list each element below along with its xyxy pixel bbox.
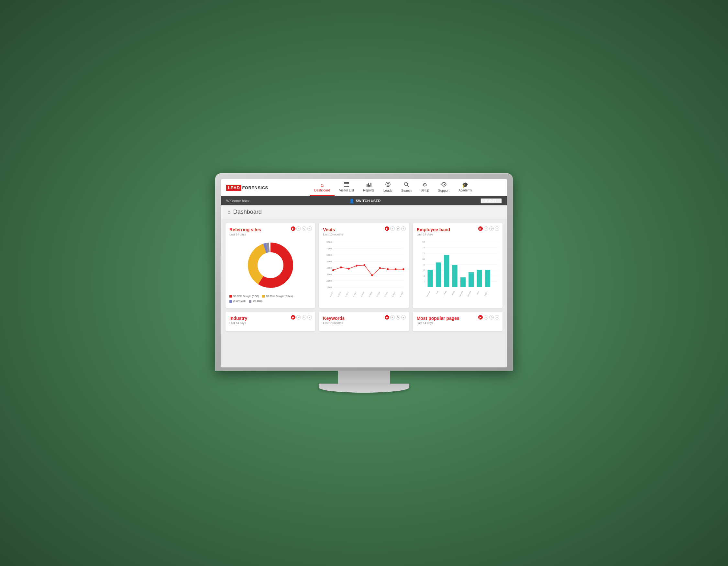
widget-ctrl-play-visits[interactable]: ▶ [385, 227, 389, 231]
nav-item-dashboard[interactable]: ⌂ Dashboard [310, 179, 335, 196]
widget-ctrl-refresh[interactable]: ↻ [302, 227, 306, 231]
svg-rect-84 [477, 270, 482, 287]
widget-ctrl-close-pages[interactable]: × [495, 315, 499, 319]
widget-ctrl-close-industry[interactable]: × [307, 315, 312, 319]
widget-controls-popular-pages: ▶ + ↻ × [478, 315, 499, 319]
svg-text:2: 2 [424, 281, 425, 283]
svg-rect-0 [344, 182, 349, 183]
svg-rect-86 [485, 270, 490, 287]
logout-button[interactable]: LOGOUT → [480, 198, 502, 204]
logo-forensics: FORENSICS [242, 185, 268, 190]
widget-ctrl-refresh-pages[interactable]: ↻ [489, 315, 494, 319]
widget-ctrl-play-keywords[interactable]: ▶ [385, 315, 389, 319]
widget-controls-keywords: ▶ + ↻ × [385, 315, 406, 319]
widget-controls-visits: ▶ + ↻ × [385, 227, 406, 231]
line-chart-svg: 8,000 7,000 6,000 5,000 4,000 3,000 2,00… [323, 239, 405, 297]
nav-items: ⌂ Dashboard Visitor List [279, 179, 507, 196]
nav-item-setup[interactable]: ⚙ Setup [416, 179, 434, 196]
widget-ctrl-settings-visits[interactable]: + [390, 227, 395, 231]
dashboard-content: ▶ + ↻ × Referring sites Last 14 days [221, 219, 507, 367]
svg-text:100-199: 100-199 [458, 290, 463, 297]
svg-text:September 2017: September 2017 [326, 291, 334, 297]
svg-rect-76 [444, 255, 449, 287]
widget-ctrl-close-visits[interactable]: × [401, 227, 406, 231]
widget-ctrl-settings-industry[interactable]: + [296, 315, 301, 319]
donut-legend: 58.82% Google (PPC) 35.29% Google (Other… [229, 294, 311, 304]
widget-ctrl-settings-emp[interactable]: + [484, 227, 488, 231]
svg-text:November 2017: November 2017 [342, 291, 349, 297]
support-icon [441, 182, 447, 188]
nav-label-academy: Academy [458, 189, 472, 192]
legend-item-bing: 2% Bing [249, 299, 262, 303]
home-icon: ⌂ [321, 183, 324, 188]
legend-dot-google-ppc [229, 295, 232, 297]
widget-ctrl-settings-pages[interactable]: + [484, 315, 488, 319]
svg-text:500+: 500+ [476, 290, 480, 295]
nav-item-visitor-list[interactable]: Visitor List [335, 179, 358, 196]
widget-controls-referring-sites: ▶ + ↻ × [291, 227, 312, 231]
svg-point-38 [348, 268, 350, 270]
widget-ctrl-close-emp[interactable]: × [495, 227, 499, 231]
switch-user-button[interactable]: 👤 SWITCH USER [349, 199, 381, 204]
svg-point-39 [356, 265, 358, 267]
widget-ctrl-close[interactable]: × [307, 227, 312, 231]
widget-ctrl-refresh-keywords[interactable]: ↻ [396, 315, 400, 319]
svg-rect-4 [367, 184, 368, 187]
search-icon [404, 182, 409, 188]
sub-header: Welcome back 👤 SWITCH USER LOGOUT → [221, 196, 507, 205]
nav-item-leads[interactable]: Leads [379, 179, 397, 196]
employee-band-subtitle: Last 14 days [417, 233, 499, 236]
svg-text:7,000: 7,000 [327, 248, 332, 250]
widget-most-popular-pages: ▶ + ↻ × Most popular pages Last 14 days [413, 312, 502, 331]
widget-ctrl-refresh-industry[interactable]: ↻ [302, 315, 306, 319]
svg-text:8,000: 8,000 [327, 241, 332, 243]
monitor-stand-base [319, 383, 409, 393]
legend-item-google-other: 35.29% Google (Other) [262, 294, 293, 298]
widget-ctrl-close-keywords[interactable]: × [401, 315, 406, 319]
widget-visits: ▶ + ↻ × Visits Last 10 months [319, 223, 409, 308]
widget-keywords: ▶ + ↻ × Keywords Last 10 months [319, 312, 409, 331]
nav-item-academy[interactable]: 🎓 Academy [454, 179, 477, 196]
svg-text:12: 12 [422, 252, 425, 255]
widget-ctrl-settings-keywords[interactable]: + [390, 315, 395, 319]
widget-ctrl-play[interactable]: ▶ [291, 227, 295, 231]
widget-ctrl-refresh-emp[interactable]: ↻ [489, 227, 494, 231]
page-title: Dashboard [233, 209, 262, 216]
widget-ctrl-refresh-visits[interactable]: ↻ [396, 227, 400, 231]
widget-ctrl-play-emp[interactable]: ▶ [478, 227, 483, 231]
svg-rect-6 [369, 185, 370, 187]
svg-text:February 2018: February 2018 [366, 291, 372, 297]
svg-text:14: 14 [422, 247, 425, 249]
monitor-screen: LEAD FORENSICS ⌂ Dashboard [221, 179, 507, 367]
monitor-stand-neck [338, 371, 390, 383]
svg-text:3,000: 3,000 [327, 273, 332, 276]
widget-employee-band: ▶ + ↻ × Employee band Last 14 days [413, 223, 502, 308]
svg-text:5,000: 5,000 [327, 261, 332, 263]
page-title-icon: ⌂ [227, 209, 231, 215]
svg-rect-72 [427, 270, 433, 287]
industry-subtitle: Last 14 days [229, 321, 311, 325]
setup-icon: ⚙ [423, 183, 427, 188]
legend-dot-google-other [262, 295, 265, 297]
widget-ctrl-play-industry[interactable]: ▶ [291, 315, 295, 319]
page-title-bar: ⌂ Dashboard [221, 205, 507, 219]
svg-text:2,000+: 2,000+ [484, 290, 488, 296]
widget-industry: ▶ + ↻ × Industry Last 14 days [226, 312, 315, 331]
widget-ctrl-settings[interactable]: + [296, 227, 301, 231]
nav-item-reports[interactable]: Reports [358, 179, 379, 196]
widget-referring-sites: ▶ + ↻ × Referring sites Last 14 days [226, 223, 315, 308]
svg-rect-78 [452, 265, 457, 287]
widget-ctrl-play-pages[interactable]: ▶ [478, 315, 483, 319]
svg-text:2,000: 2,000 [327, 280, 332, 282]
svg-text:21-49: 21-49 [443, 290, 447, 295]
svg-text:1-20: 1-20 [436, 290, 439, 294]
nav-item-support[interactable]: Support [434, 179, 454, 196]
nav-item-search[interactable]: Search [397, 179, 416, 196]
svg-point-43 [387, 268, 389, 270]
legend-dot-bing [249, 300, 251, 303]
svg-point-42 [379, 267, 381, 269]
visits-subtitle: Last 10 months [323, 233, 405, 236]
svg-text:April 2018: April 2018 [383, 291, 388, 297]
logo-area: LEAD FORENSICS [221, 182, 279, 194]
svg-text:December 2017: December 2017 [350, 291, 357, 297]
